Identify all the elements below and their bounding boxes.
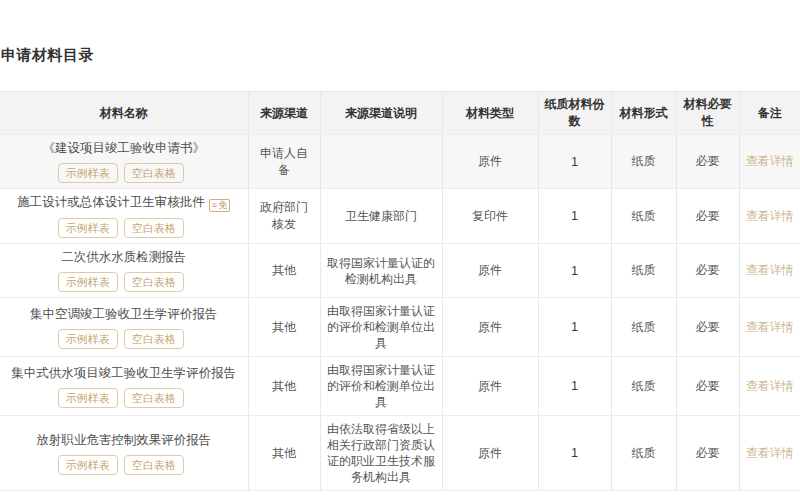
- material-type: 原件: [442, 135, 538, 189]
- material-name-text: 《建设项目竣工验收申请书》免: [6, 140, 242, 157]
- blank-form-button[interactable]: 空白表格: [124, 272, 184, 292]
- blank-form-button[interactable]: 空白表格: [124, 388, 184, 408]
- source-desc: 由取得国家计量认证的评价和检测单位出具: [320, 357, 442, 416]
- sample-form-button[interactable]: 示例样表: [58, 218, 118, 238]
- remark-cell: 查看详情: [739, 244, 800, 298]
- material-necessity: 必要: [676, 135, 739, 189]
- view-detail-link[interactable]: 查看详情: [746, 320, 794, 334]
- view-detail-link[interactable]: 查看详情: [746, 209, 794, 223]
- page: 申请材料目录 材料名称 来源渠道 来源渠道说明 材料类型 纸质材料份数 材料形式…: [0, 0, 800, 491]
- material-name-text: 集中空调竣工验收卫生学评价报告免: [6, 306, 242, 323]
- paper-copies: 1: [538, 244, 611, 298]
- material-form: 纸质: [611, 298, 676, 357]
- table-row: 二次供水水质检测报告免 示例样表空白表格 其他 取得国家计量认证的检测机构出具 …: [0, 244, 800, 298]
- paper-copies: 1: [538, 298, 611, 357]
- material-necessity: 必要: [676, 189, 739, 244]
- table-row: 施工设计或总体设计卫生审核批件免 示例样表空白表格 政府部门核发 卫生健康部门 …: [0, 189, 800, 244]
- view-detail-link[interactable]: 查看详情: [746, 446, 794, 460]
- column-header-source-channel: 来源渠道: [248, 92, 320, 135]
- material-type: 原件: [442, 298, 538, 357]
- paper-copies: 1: [538, 189, 611, 244]
- blank-form-button[interactable]: 空白表格: [124, 163, 184, 183]
- material-name-cell: 施工设计或总体设计卫生审核批件免 示例样表空白表格: [0, 189, 248, 244]
- exempt-icon: 免: [209, 199, 230, 212]
- material-necessity: 必要: [676, 416, 739, 491]
- form-buttons: 示例样表空白表格: [6, 388, 242, 408]
- remark-cell: 查看详情: [739, 416, 800, 491]
- blank-form-button[interactable]: 空白表格: [124, 455, 184, 475]
- materials-table-body: 《建设项目竣工验收申请书》免 示例样表空白表格 申请人自备 原件 1 纸质 必要…: [0, 135, 800, 491]
- paper-copies: 1: [538, 357, 611, 416]
- table-row: 集中式供水项目竣工验收卫生学评价报告免 示例样表空白表格 其他 由取得国家计量认…: [0, 357, 800, 416]
- column-header-paper-copies: 纸质材料份数: [538, 92, 611, 135]
- material-form: 纸质: [611, 189, 676, 244]
- remark-cell: 查看详情: [739, 189, 800, 244]
- material-type: 原件: [442, 357, 538, 416]
- table-row: 放射职业危害控制效果评价报告免 示例样表空白表格 其他 由依法取得省级以上相关行…: [0, 416, 800, 491]
- material-name-cell: 二次供水水质检测报告免 示例样表空白表格: [0, 244, 248, 298]
- view-detail-link[interactable]: 查看详情: [746, 263, 794, 277]
- table-row: 集中空调竣工验收卫生学评价报告免 示例样表空白表格 其他 由取得国家计量认证的评…: [0, 298, 800, 357]
- remark-cell: 查看详情: [739, 357, 800, 416]
- sample-form-button[interactable]: 示例样表: [58, 388, 118, 408]
- source-desc: 卫生健康部门: [320, 189, 442, 244]
- material-type: 复印件: [442, 189, 538, 244]
- source-channel: 申请人自备: [248, 135, 320, 189]
- form-buttons: 示例样表空白表格: [6, 163, 242, 183]
- column-header-material-form: 材料形式: [611, 92, 676, 135]
- source-desc: [320, 135, 442, 189]
- materials-table-header: 材料名称 来源渠道 来源渠道说明 材料类型 纸质材料份数 材料形式 材料必要性 …: [0, 92, 800, 135]
- material-form: 纸质: [611, 416, 676, 491]
- material-form: 纸质: [611, 357, 676, 416]
- material-name-text: 二次供水水质检测报告免: [6, 249, 242, 266]
- form-buttons: 示例样表空白表格: [6, 218, 242, 238]
- source-desc: 由依法取得省级以上相关行政部门资质认证的职业卫生技术服务机构出具: [320, 416, 442, 491]
- material-necessity: 必要: [676, 244, 739, 298]
- source-channel: 其他: [248, 416, 320, 491]
- column-header-material-name: 材料名称: [0, 92, 248, 135]
- sample-form-button[interactable]: 示例样表: [58, 163, 118, 183]
- form-buttons: 示例样表空白表格: [6, 272, 242, 292]
- material-name-cell: 《建设项目竣工验收申请书》免 示例样表空白表格: [0, 135, 248, 189]
- column-header-material-necessity: 材料必要性: [676, 92, 739, 135]
- source-desc: 取得国家计量认证的检测机构出具: [320, 244, 442, 298]
- material-type: 原件: [442, 244, 538, 298]
- table-row: 《建设项目竣工验收申请书》免 示例样表空白表格 申请人自备 原件 1 纸质 必要…: [0, 135, 800, 189]
- material-name-cell: 集中式供水项目竣工验收卫生学评价报告免 示例样表空白表格: [0, 357, 248, 416]
- materials-table: 材料名称 来源渠道 来源渠道说明 材料类型 纸质材料份数 材料形式 材料必要性 …: [0, 91, 800, 491]
- source-channel: 其他: [248, 244, 320, 298]
- form-buttons: 示例样表空白表格: [6, 455, 242, 475]
- blank-form-button[interactable]: 空白表格: [124, 329, 184, 349]
- material-form: 纸质: [611, 244, 676, 298]
- paper-copies: 1: [538, 135, 611, 189]
- material-name-text: 集中式供水项目竣工验收卫生学评价报告免: [6, 365, 242, 382]
- form-buttons: 示例样表空白表格: [6, 329, 242, 349]
- sample-form-button[interactable]: 示例样表: [58, 272, 118, 292]
- material-name-text: 放射职业危害控制效果评价报告免: [6, 432, 242, 449]
- page-title: 申请材料目录: [1, 46, 800, 65]
- remark-cell: 查看详情: [739, 298, 800, 357]
- blank-form-button[interactable]: 空白表格: [124, 218, 184, 238]
- column-header-remark: 备注: [739, 92, 800, 135]
- source-channel: 其他: [248, 298, 320, 357]
- source-channel: 政府部门核发: [248, 189, 320, 244]
- sample-form-button[interactable]: 示例样表: [58, 329, 118, 349]
- column-header-material-type: 材料类型: [442, 92, 538, 135]
- remark-cell: 查看详情: [739, 135, 800, 189]
- material-necessity: 必要: [676, 298, 739, 357]
- view-detail-link[interactable]: 查看详情: [746, 379, 794, 393]
- material-necessity: 必要: [676, 357, 739, 416]
- paper-copies: 1: [538, 416, 611, 491]
- sample-form-button[interactable]: 示例样表: [58, 455, 118, 475]
- material-name-cell: 集中空调竣工验收卫生学评价报告免 示例样表空白表格: [0, 298, 248, 357]
- view-detail-link[interactable]: 查看详情: [746, 154, 794, 168]
- material-type: 原件: [442, 416, 538, 491]
- column-header-source-desc: 来源渠道说明: [320, 92, 442, 135]
- material-form: 纸质: [611, 135, 676, 189]
- material-name-cell: 放射职业危害控制效果评价报告免 示例样表空白表格: [0, 416, 248, 491]
- source-channel: 其他: [248, 357, 320, 416]
- source-desc: 由取得国家计量认证的评价和检测单位出具: [320, 298, 442, 357]
- material-name-text: 施工设计或总体设计卫生审核批件免: [6, 194, 242, 212]
